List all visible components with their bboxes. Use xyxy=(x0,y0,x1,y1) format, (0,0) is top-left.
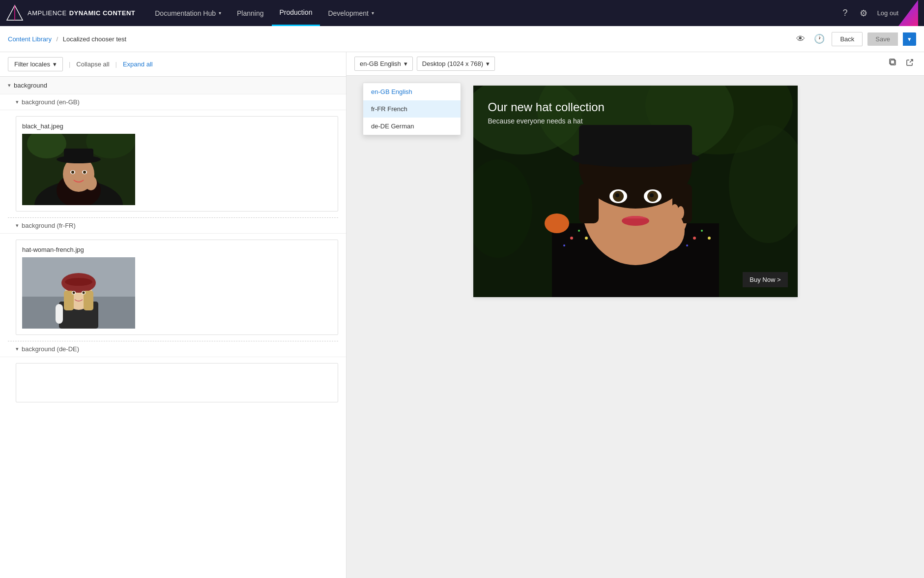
subsection-en-gb-label: background (en-GB) xyxy=(22,98,80,106)
brand-logo-area: AMPLIENCE DYNAMIC CONTENT xyxy=(6,4,135,22)
left-panel: Filter locales ▾ | Collapse all | Expand… xyxy=(0,52,346,578)
preview-text-overlay: Our new hat collection Because everyone … xyxy=(488,100,605,125)
image-french-woman xyxy=(22,257,135,329)
breadcrumb: Content Library / Localized chooser test xyxy=(8,35,126,43)
copy-icon xyxy=(889,58,897,67)
breadcrumb-separator: / xyxy=(57,35,58,43)
image-card-title: black_hat.jpeg xyxy=(22,122,332,130)
svg-rect-52 xyxy=(579,125,692,164)
image-card-black-hat: black_hat.jpeg xyxy=(16,116,338,212)
subsection-fr-fr-label: background (fr-FR) xyxy=(22,222,76,229)
hat-woman-svg xyxy=(22,134,135,205)
chevron-down-icon: ▾ xyxy=(219,10,221,16)
viewport-select-button[interactable]: Desktop (1024 x 768) ▾ xyxy=(417,57,495,71)
help-button[interactable]: ? xyxy=(841,6,850,20)
locale-dropdown: en-GB English fr-FR French de-DE German xyxy=(363,83,461,135)
subsection-background-en-gb[interactable]: ▾ background (en-GB) xyxy=(0,94,346,110)
locale-select-label: en-GB English xyxy=(360,60,401,67)
breadcrumb-actions: 👁 🕐 Back Save ▾ xyxy=(794,31,916,46)
svg-point-14 xyxy=(85,176,97,190)
svg-point-62 xyxy=(677,206,684,219)
filter-locales-label: Filter locales xyxy=(14,61,50,68)
svg-point-57 xyxy=(615,193,619,197)
svg-point-26 xyxy=(73,292,75,294)
svg-point-27 xyxy=(83,292,85,294)
preview-hero-image: Our new hat collection Because everyone … xyxy=(473,86,798,297)
chevron-down-icon: ▾ xyxy=(53,61,57,68)
chevron-down-icon: ▾ xyxy=(8,82,11,89)
svg-point-39 xyxy=(578,230,580,232)
chevron-down-icon: ▾ xyxy=(16,346,19,352)
preview-hero-subtitle: Because everyone needs a hat xyxy=(488,117,605,125)
back-button[interactable]: Back xyxy=(832,32,863,46)
chevron-down-icon: ▾ xyxy=(404,60,407,67)
toolbar-separator: | xyxy=(69,61,70,68)
content-area: ▾ background ▾ background (en-GB) black_… xyxy=(0,77,346,402)
corner-decoration xyxy=(898,0,918,26)
section-background[interactable]: ▾ background xyxy=(0,77,346,94)
breadcrumb-bar: Content Library / Localized chooser test… xyxy=(0,26,924,52)
preview-content: Our new hat collection Because everyone … xyxy=(346,76,924,578)
section-background-label: background xyxy=(14,82,47,89)
settings-button[interactable]: ⚙ xyxy=(858,6,869,21)
brand-dynamic-text: DYNAMIC CONTENT xyxy=(69,9,136,17)
eye-icon[interactable]: 👁 xyxy=(794,32,807,46)
expand-all-button[interactable]: Expand all xyxy=(123,61,153,68)
subsection-de-de-label: background (de-DE) xyxy=(22,345,79,353)
breadcrumb-content-library-link[interactable]: Content Library xyxy=(8,35,52,43)
svg-rect-49 xyxy=(579,184,599,223)
locale-option-en-gb[interactable]: en-GB English xyxy=(363,83,461,100)
save-button: Save xyxy=(867,32,898,46)
french-woman-svg xyxy=(22,257,135,329)
chevron-down-icon: ▾ xyxy=(372,10,374,16)
content-toolbar: Filter locales ▾ | Collapse all | Expand… xyxy=(0,52,346,77)
filter-locales-button[interactable]: Filter locales ▾ xyxy=(8,57,63,71)
nav-right-actions: ? ⚙ Log out xyxy=(841,6,898,21)
amplience-logo-icon xyxy=(6,4,24,22)
chevron-down-icon: ▾ xyxy=(16,99,19,105)
chevron-down-icon: ▾ xyxy=(16,222,19,229)
image-card-title-french: hat-woman-french.jpg xyxy=(22,246,332,253)
svg-point-45 xyxy=(708,237,711,240)
buy-now-button[interactable]: Buy Now > xyxy=(743,272,787,287)
svg-rect-9 xyxy=(64,149,93,162)
save-dropdown-button[interactable]: ▾ xyxy=(903,32,916,46)
preview-hero-title: Our new hat collection xyxy=(488,100,605,114)
collapse-all-button[interactable]: Collapse all xyxy=(76,61,109,68)
preview-toolbar: en-GB English ▾ en-GB English fr-FR Fren… xyxy=(346,52,924,76)
subsection-background-de-de[interactable]: ▾ background (de-DE) xyxy=(0,341,346,357)
preview-action-icons xyxy=(887,56,916,71)
external-link-button[interactable] xyxy=(903,56,916,71)
nav-item-documentation-hub[interactable]: Documentation Hub ▾ xyxy=(147,0,229,26)
history-icon[interactable]: 🕐 xyxy=(812,31,827,46)
black-hat-image xyxy=(22,134,135,205)
chevron-down-icon: ▾ xyxy=(486,60,490,67)
svg-point-12 xyxy=(71,171,74,174)
external-link-icon xyxy=(905,58,914,67)
french-woman-image xyxy=(22,257,135,329)
brand-amplience-text: AMPLIENCE xyxy=(28,9,67,17)
svg-point-58 xyxy=(650,193,654,197)
svg-point-46 xyxy=(545,213,569,233)
preview-frame: Our new hat collection Because everyone … xyxy=(473,86,798,297)
nav-items-list: Documentation Hub ▾ Planning Production … xyxy=(147,0,840,26)
duplicate-button[interactable] xyxy=(887,56,899,71)
locale-option-fr-fr[interactable]: fr-FR French xyxy=(363,100,461,118)
svg-point-43 xyxy=(701,230,703,232)
svg-point-40 xyxy=(563,244,565,246)
viewport-select-label: Desktop (1024 x 768) xyxy=(422,60,483,67)
logout-button[interactable]: Log out xyxy=(877,9,898,17)
nav-item-planning[interactable]: Planning xyxy=(229,0,272,26)
main-layout: Filter locales ▾ | Collapse all | Expand… xyxy=(0,52,924,578)
svg-point-44 xyxy=(686,244,688,246)
subsection-background-fr-fr[interactable]: ▾ background (fr-FR) xyxy=(0,218,346,234)
nav-item-development[interactable]: Development ▾ xyxy=(320,0,382,26)
empty-card-de-de xyxy=(16,363,338,402)
locale-option-de-de[interactable]: de-DE German xyxy=(363,118,461,135)
image-card-french-woman: hat-woman-french.jpg xyxy=(16,240,338,335)
svg-point-42 xyxy=(693,237,696,240)
svg-rect-18 xyxy=(56,304,63,324)
nav-item-production[interactable]: Production xyxy=(272,0,320,26)
locale-select-button[interactable]: en-GB English ▾ en-GB English fr-FR Fren… xyxy=(354,57,413,71)
svg-point-13 xyxy=(83,171,86,174)
